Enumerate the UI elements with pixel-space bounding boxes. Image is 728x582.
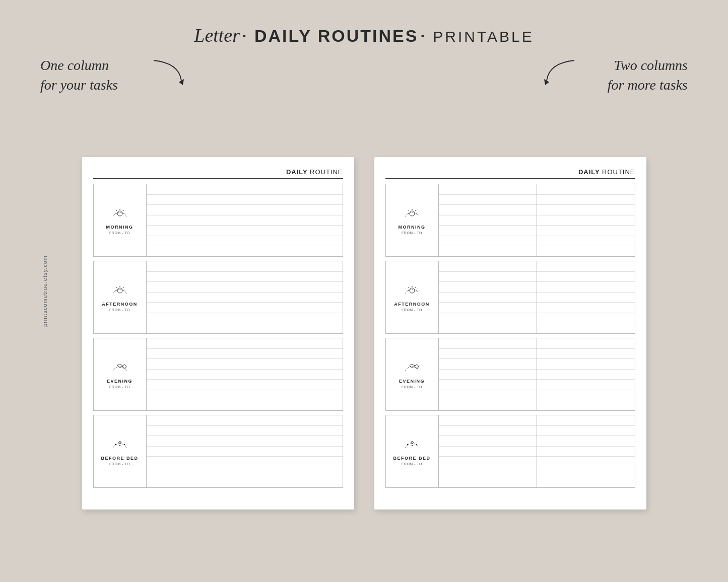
morning-name-p2: MORNING [399, 225, 426, 230]
evening-icon-p1 [110, 360, 129, 377]
section-evening-p2: EVENING FROM - TO [385, 338, 635, 411]
svg-line-29 [408, 287, 409, 288]
line [439, 184, 537, 195]
line [439, 359, 537, 370]
section-afternoon-p1: AFTERNOON FROM - TO [93, 261, 343, 334]
evening-name-p2: EVENING [399, 379, 425, 384]
line [147, 236, 343, 247]
line [147, 370, 343, 380]
line [147, 323, 343, 333]
line [439, 400, 537, 410]
evening-time-p2: FROM - TO [402, 385, 422, 389]
line [147, 184, 343, 195]
line [537, 390, 635, 401]
svg-point-25 [410, 288, 415, 293]
annotation-right-line1: Two columns [608, 55, 688, 75]
svg-point-34 [416, 444, 417, 445]
line [537, 303, 635, 313]
col2 [537, 415, 635, 487]
bed-time-p1: FROM - TO [109, 462, 130, 466]
line [537, 349, 635, 359]
line [537, 282, 635, 293]
page-one-column: DAILY ROUTINE MORNING [82, 157, 354, 510]
svg-point-35 [411, 445, 412, 446]
line [537, 293, 635, 303]
title-letter: Letter [194, 25, 240, 46]
line [537, 436, 635, 447]
bed-lines-p2 [439, 415, 635, 487]
section-afternoon-p2: AFTERNOON FROM - TO [385, 261, 635, 334]
col1 [439, 415, 537, 487]
line [439, 447, 537, 457]
line [537, 272, 635, 282]
line [439, 338, 537, 349]
line [537, 447, 635, 457]
line [439, 323, 537, 333]
line [439, 349, 537, 359]
page-title: Letter · DAILY ROUTINES · PRINTABLE [0, 0, 728, 46]
col1 [439, 261, 537, 333]
line [147, 447, 343, 457]
line [537, 415, 635, 426]
line [537, 236, 635, 247]
line [147, 477, 343, 487]
evening-name-p1: EVENING [107, 379, 133, 384]
col1 [439, 338, 537, 410]
line [147, 303, 343, 313]
afternoon-lines-p2 [439, 261, 635, 333]
line [439, 236, 537, 247]
pages-container: DAILY ROUTINE MORNING [0, 157, 728, 510]
annotation-left: One column for your tasks [40, 55, 118, 95]
section-label-evening-p1: EVENING FROM - TO [94, 338, 147, 410]
annotation-left-line1: One column [40, 55, 118, 75]
line [439, 246, 537, 256]
line [537, 380, 635, 390]
page1-title: DAILY ROUTINE [286, 168, 343, 176]
bed-name-p2: BEFORE BED [393, 456, 430, 461]
svg-point-16 [114, 444, 115, 445]
svg-point-19 [410, 211, 415, 216]
page-two-column: DAILY ROUTINE MORNING [374, 157, 646, 510]
line [147, 436, 343, 447]
line [147, 282, 343, 293]
line [439, 457, 537, 467]
morning-time-p2: FROM - TO [402, 231, 422, 235]
page2-header: DAILY ROUTINE [385, 167, 635, 179]
col1 [439, 184, 537, 256]
page1-header: DAILY ROUTINE [93, 167, 343, 179]
morning-name-p1: MORNING [106, 225, 134, 230]
morning-time-p1: FROM - TO [109, 231, 130, 235]
arrow-left-icon [149, 58, 189, 90]
bed-icon-p2 [403, 438, 422, 454]
line [147, 205, 343, 215]
svg-line-23 [408, 210, 409, 211]
line [147, 457, 343, 467]
line [537, 195, 635, 205]
svg-line-21 [415, 210, 416, 211]
morning-lines-p2 [439, 184, 635, 256]
line [147, 426, 343, 437]
line [439, 415, 537, 426]
line [439, 195, 537, 205]
line [439, 215, 537, 226]
afternoon-time-p1: FROM - TO [109, 308, 130, 312]
page2-title: DAILY ROUTINE [578, 168, 635, 176]
afternoon-name-p2: AFTERNOON [394, 302, 430, 307]
line [147, 380, 343, 390]
col2 [537, 261, 635, 333]
line [439, 390, 537, 401]
evening-time-p1: FROM - TO [109, 385, 130, 389]
svg-point-14 [122, 365, 126, 368]
line [439, 303, 537, 313]
section-morning-p2: MORNING FROM - TO [385, 184, 635, 257]
svg-line-10 [123, 287, 124, 288]
line [147, 338, 343, 349]
line [147, 246, 343, 256]
line [439, 293, 537, 303]
line [439, 205, 537, 215]
evening-lines-p2 [439, 338, 635, 410]
line [537, 457, 635, 467]
line [537, 246, 635, 256]
bed-icon-p1 [110, 438, 129, 454]
page2-title-light: ROUTINE [602, 168, 635, 176]
